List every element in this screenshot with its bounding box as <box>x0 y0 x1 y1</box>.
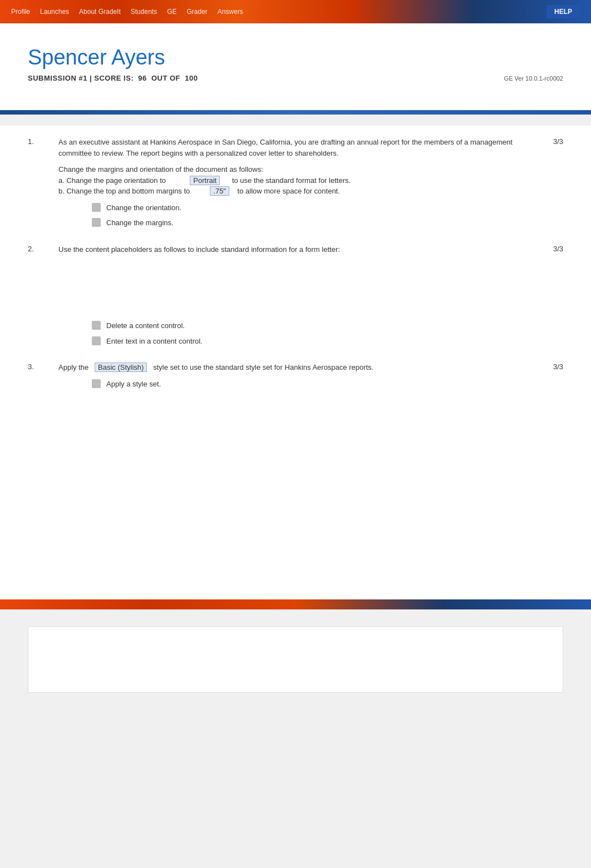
main-content: Spencer Ayers SUBMISSION #1 | SCORE IS: … <box>0 23 591 110</box>
question-1-check-2: Change the margins. <box>92 217 530 229</box>
question-1-check-1: Change the orientation. <box>92 202 530 214</box>
ge-version: GE Ver 10.0.1-rc0002 <box>504 75 563 82</box>
question-1-score: 3/3 <box>530 137 563 146</box>
question-1-body: As an executive assistant at Hankins Aer… <box>58 137 530 229</box>
questions-area: 1. As an executive assistant at Hankins … <box>0 126 591 599</box>
question-3: 3. Apply the Basic (Stylish) style set t… <box>28 362 563 389</box>
empty-space <box>28 405 563 583</box>
check-label-4: Enter text in a content control. <box>106 336 203 347</box>
nav-about[interactable]: About GradeIt <box>79 8 121 16</box>
check-bullet-4 <box>92 336 101 345</box>
question-2-main-text: Use the content placeholders as follows … <box>58 244 530 255</box>
check-bullet-1 <box>92 203 101 212</box>
submission-label: SUBMISSION #1 | SCORE IS: <box>28 74 134 82</box>
bottom-bar <box>0 599 591 609</box>
check-label-1: Change the orientation. <box>106 202 181 214</box>
top-bar: Profile Launches About GradeIt Students … <box>0 0 591 23</box>
check-bullet-3 <box>92 321 101 330</box>
question-3-body: Apply the Basic (Stylish) style set to u… <box>58 362 530 389</box>
question-2-number: 2. <box>28 244 58 253</box>
question-3-number: 3. <box>28 362 58 371</box>
highlight-style-set: Basic (Stylish) <box>95 363 147 372</box>
submission-info: SUBMISSION #1 | SCORE IS: 96 OUT OF 100 … <box>28 74 563 82</box>
check-label-3: Delete a content control. <box>106 320 185 331</box>
question-2-score: 3/3 <box>530 244 563 253</box>
top-nav: Profile Launches About GradeIt Students … <box>11 8 535 16</box>
question-2-check-1: Delete a content control. <box>92 320 530 331</box>
question-1-main-text: As an executive assistant at Hankins Aer… <box>58 137 530 158</box>
question-3-check-1: Apply a style set. <box>92 379 530 390</box>
check-bullet-2 <box>92 218 101 227</box>
check-label-5: Apply a style set. <box>106 379 161 390</box>
check-label-2: Change the margins. <box>106 217 174 229</box>
q3-text-before: Apply the <box>58 363 88 371</box>
question-2: 2. Use the content placeholders as follo… <box>28 244 563 347</box>
help-button[interactable]: HELP <box>546 5 580 18</box>
nav-ge[interactable]: GE <box>167 8 176 16</box>
nav-answers[interactable]: Answers <box>218 8 243 16</box>
lower-white-box <box>28 626 563 693</box>
nav-profile[interactable]: Profile <box>11 8 30 16</box>
max-score: 100 <box>185 74 198 82</box>
question-3-main-text: Apply the Basic (Stylish) style set to u… <box>58 362 530 373</box>
highlight-portrait: Portrait <box>190 176 220 185</box>
nav-grader[interactable]: Grader <box>187 8 208 16</box>
q3-text-after: style set to use the standard style set … <box>153 363 373 371</box>
submission-left: SUBMISSION #1 | SCORE IS: 96 OUT OF 100 <box>28 74 200 82</box>
question-1-number: 1. <box>28 137 58 146</box>
nav-students[interactable]: Students <box>131 8 157 16</box>
highlight-margin: .75" <box>210 186 229 196</box>
question-2-body: Use the content placeholders as follows … <box>58 244 530 347</box>
question-1: 1. As an executive assistant at Hankins … <box>28 137 563 229</box>
nav-launches[interactable]: Launches <box>40 8 69 16</box>
student-name: Spencer Ayers <box>28 46 563 70</box>
lower-section <box>0 609 591 710</box>
out-of-label: OUT OF <box>151 74 180 82</box>
question-2-check-2: Enter text in a content control. <box>92 336 530 347</box>
question-1-sub-text: Change the margins and orientation of th… <box>58 164 530 197</box>
blue-divider <box>0 110 591 115</box>
question-3-score: 3/3 <box>530 362 563 371</box>
score-value: 96 <box>138 74 146 82</box>
check-bullet-5 <box>92 379 101 388</box>
